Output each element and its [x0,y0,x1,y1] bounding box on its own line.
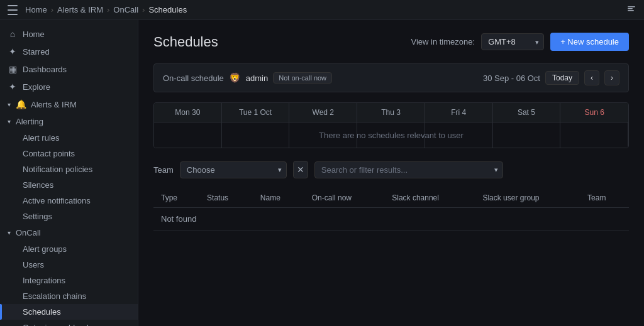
calendar-cell-1 [222,122,290,148]
alerting-section-toggle[interactable]: ▾ Alerting [0,113,138,130]
chevron-alerts-irm: ▾ [8,101,11,108]
not-found-text: Not found [153,208,629,231]
sidebar-item-outgoing-webhooks[interactable]: Outgoing webhooks [0,320,138,326]
integrations-label: Integrations [23,276,65,285]
users-label: Users [23,260,44,269]
calendar-day-sun: Sun 6 [560,103,628,122]
table-body: Not found [153,208,629,231]
calendar-day-mon: Mon 30 [154,103,222,122]
sidebar-item-integrations[interactable]: Integrations [0,273,138,288]
oncall-bar-right: 30 Sep - 06 Oct Today ‹ › [483,70,619,85]
svg-rect-1 [628,8,633,9]
topbar-right [626,4,636,16]
sidebar-label-home: Home [23,30,130,39]
active-notifications-label: Active notifications [23,196,91,205]
team-select[interactable]: Choose [180,161,287,178]
breadcrumb-current: Schedules [148,5,187,14]
alert-groups-label: Alert groups [23,244,67,254]
col-status: Status [199,188,253,208]
body-layout: ⌂ Home ✦ Starred ▦ Dashboards ✦ Explore … [0,20,644,326]
sidebar-item-starred[interactable]: ✦ Starred [0,43,138,60]
alert-rules-label: Alert rules [23,133,60,143]
breadcrumb-sep-2: › [107,5,109,14]
sidebar-item-alert-rules[interactable]: Alert rules [0,130,138,146]
team-select-wrapper: Choose [180,161,287,178]
star-icon: ✦ [8,46,18,57]
sidebar-label-starred: Starred [23,47,130,57]
dashboards-icon: ▦ [8,64,18,74]
new-schedule-button[interactable]: + New schedule [550,33,629,51]
sidebar-item-dashboards[interactable]: ▦ Dashboards [0,60,138,78]
collapse-icon[interactable] [626,4,636,14]
sidebar-item-active-notifications[interactable]: Active notifications [0,193,138,209]
calendar-body: There are no schedules relevant to user [154,122,628,148]
chevron-alerting: ▾ [8,118,11,125]
explore-icon: ✦ [8,82,18,92]
prev-week-button[interactable]: ‹ [584,70,599,85]
table-header: Type Status Name On-call now Slack chann… [153,188,629,208]
page-header: Schedules View in timezone: GMT+8 GMT+0 … [153,33,629,51]
col-team: Team [580,188,629,208]
search-filter-input[interactable] [314,161,503,178]
sidebar-item-explore[interactable]: ✦ Explore [0,78,138,95]
oncall-prefix: On-call schedule [163,73,224,83]
breadcrumb: Home › Alerts & IRM › OnCall › Schedules [25,5,187,14]
sidebar-label-alerts-irm: Alerts & IRM [31,100,130,109]
calendar-day-sat: Sat 5 [493,103,561,122]
team-filter-label: Team [153,165,174,175]
menu-icon[interactable] [8,5,18,15]
sidebar-item-home[interactable]: ⌂ Home [0,25,138,43]
breadcrumb-sep-3: › [142,5,145,14]
sidebar-item-alert-groups[interactable]: Alert groups [0,241,138,257]
today-button[interactable]: Today [545,71,579,85]
sidebar: ⌂ Home ✦ Starred ▦ Dashboards ✦ Explore … [0,20,138,326]
not-on-call-badge: Not on-call now [273,72,332,84]
col-slack-channel: Slack channel [384,188,475,208]
sidebar-item-schedules[interactable]: Schedules [0,304,138,320]
sidebar-item-settings-alerting[interactable]: Settings [0,209,138,224]
calendar-day-tue: Tue 1 Oct [222,103,290,122]
calendar-day-wed: Wed 2 [289,103,357,122]
next-week-button[interactable]: › [604,70,619,85]
escalation-chains-label: Escalation chains [23,291,86,301]
sidebar-item-contact-points[interactable]: Contact points [0,146,138,161]
timezone-label: View in timezone: [411,37,475,46]
schedules-table: Type Status Name On-call now Slack chann… [153,188,629,231]
breadcrumb-oncall[interactable]: OnCall [113,5,138,14]
outgoing-webhooks-label: Outgoing webhooks [23,323,95,326]
calendar-grid: Mon 30 Tue 1 Oct Wed 2 Thu 3 Fri 4 Sat 5… [153,102,629,148]
col-slack-user-group: Slack user group [475,188,580,208]
calendar-day-fri: Fri 4 [425,103,493,122]
sidebar-label-explore: Explore [23,82,130,92]
sidebar-item-notification-policies[interactable]: Notification policies [0,161,138,177]
oncall-bar: On-call schedule 🦁 admin Not on-call now… [153,63,629,92]
notification-policies-label: Notification policies [23,165,92,174]
calendar-cell-6 [560,122,628,148]
oncall-emoji: 🦁 [229,72,241,84]
no-schedules-text: There are no schedules relevant to user [319,131,464,140]
breadcrumb-home[interactable]: Home [25,5,47,14]
sidebar-item-silences[interactable]: Silences [0,177,138,193]
oncall-section-toggle[interactable]: ▾ OnCall [0,224,138,241]
home-icon: ⌂ [8,29,18,39]
oncall-section-label: OnCall [16,228,41,237]
calendar-day-thu: Thu 3 [357,103,425,122]
calendar-days-header: Mon 30 Tue 1 Oct Wed 2 Thu 3 Fri 4 Sat 5… [154,103,628,122]
col-name: Name [253,188,304,208]
alerting-section-label: Alerting [16,117,43,126]
oncall-admin-label: admin [246,73,268,83]
contact-points-label: Contact points [23,149,75,158]
sidebar-item-users[interactable]: Users [0,257,138,273]
sidebar-item-escalation-chains[interactable]: Escalation chains [0,288,138,304]
col-type: Type [153,188,199,208]
clear-team-button[interactable]: ✕ [293,161,308,178]
topbar: Home › Alerts & IRM › OnCall › Schedules [0,0,644,20]
search-filter-wrapper [314,161,503,178]
timezone-select[interactable]: GMT+8 GMT+0 GMT-5 [481,33,544,50]
svg-rect-0 [628,6,635,8]
silences-label: Silences [23,180,53,190]
filters-row: Team Choose ✕ [153,161,629,178]
breadcrumb-alerts-irm[interactable]: Alerts & IRM [57,5,103,14]
sidebar-item-alerts-irm[interactable]: ▾ 🔔 Alerts & IRM [0,95,138,113]
table-row-not-found: Not found [153,208,629,231]
